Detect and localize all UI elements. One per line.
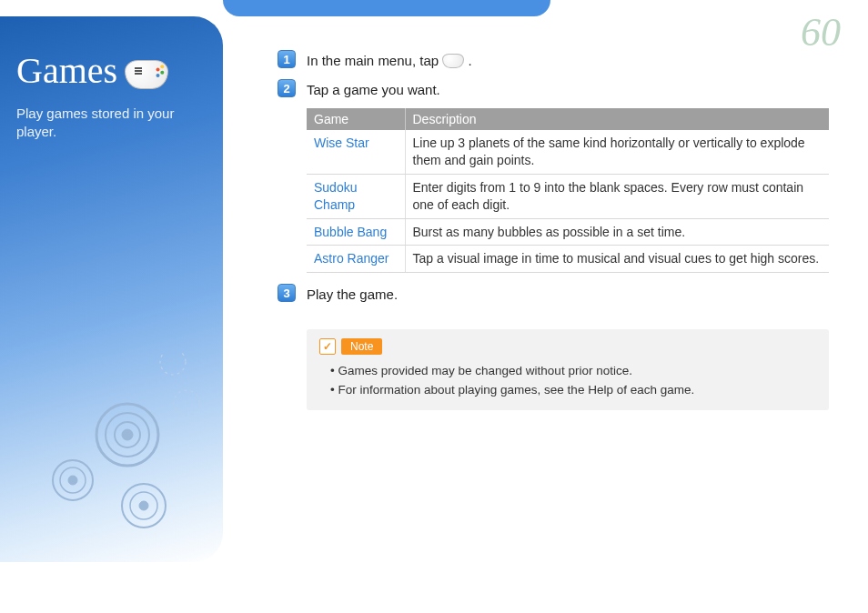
svg-point-6 [60,467,86,493]
note-list: Games provided may be changed without pr… [330,362,816,399]
sidebar: Games Play games stored in your player. [0,16,223,562]
game-name: Wise Star [307,130,405,174]
gamepad-icon [125,60,168,89]
step-1: 1 In the main menu, tap . [278,50,841,70]
game-desc: Line up 3 planets of the same kind horiz… [405,130,829,174]
header-tab [223,0,550,16]
svg-point-9 [130,492,157,519]
svg-point-5 [53,460,93,500]
step-2: 2 Tap a game you want. [278,79,841,99]
step-number-icon: 3 [278,284,296,302]
step-1-post: . [468,53,471,68]
svg-point-2 [106,413,149,457]
step-2-text: Tap a game you want. [307,79,440,99]
step-number-icon: 1 [278,50,296,68]
table-row: Astro Ranger Tap a visual image in time … [307,246,829,273]
table-row: Bubble Bang Burst as many bubbles as pos… [307,218,829,246]
page-number: 60 [801,9,841,55]
note-item: Games provided may be changed without pr… [330,362,816,380]
decorative-circles [36,353,218,535]
table-row: Wise Star Line up 3 planets of the same … [307,130,829,174]
game-desc: Enter digits from 1 to 9 into the blank … [405,174,829,218]
game-name: Sudoku Champ [307,174,405,218]
table-row: Sudoku Champ Enter digits from 1 to 9 in… [307,174,829,218]
page-subtitle: Play games stored in your player. [16,105,207,142]
table-header-row: Game Description [307,108,829,130]
note-item: For information about playing games, see… [330,381,816,399]
svg-point-10 [139,501,148,510]
step-3: 3 Play the game. [278,284,841,304]
page-title: Games [16,49,207,92]
content: 1 In the main menu, tap . 2 Tap a game y… [278,50,841,410]
game-desc: Tap a visual image in time to musical an… [405,246,829,273]
game-desc: Burst as many bubbles as possible in a s… [405,218,829,246]
col-game: Game [307,108,405,130]
svg-point-7 [68,476,77,485]
svg-point-8 [122,484,166,528]
note-label: Note [341,338,382,355]
svg-point-11 [174,390,199,416]
game-name: Bubble Bang [307,218,405,246]
game-name: Astro Ranger [307,246,405,273]
step-3-text: Play the game. [307,284,398,304]
note-header: ✓ Note [319,338,816,355]
games-table: Game Description Wise Star Line up 3 pla… [307,108,829,273]
step-1-text: In the main menu, tap . [307,50,472,70]
step-1-pre: In the main menu, tap [307,53,442,68]
step-number-icon: 2 [278,79,296,97]
svg-point-0 [160,353,186,375]
svg-point-3 [115,422,140,447]
title-text: Games [16,49,117,92]
svg-point-1 [96,404,158,466]
svg-point-4 [122,429,133,440]
col-description: Description [405,108,829,130]
gamepad-icon [442,54,464,68]
note-icon: ✓ [319,338,336,355]
note-box: ✓ Note Games provided may be changed wit… [307,329,829,410]
